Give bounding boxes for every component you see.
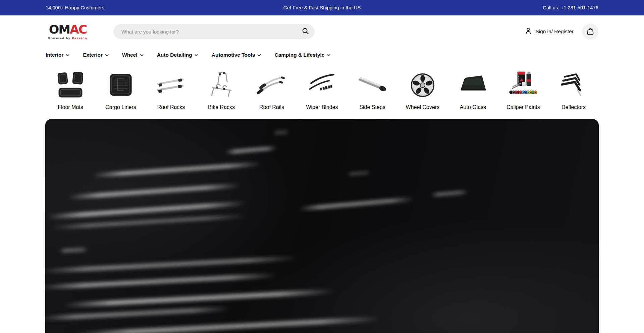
roof-rails-icon <box>256 69 288 101</box>
chevron-down-icon <box>257 52 261 58</box>
category-wheel-covers[interactable]: Wheel Covers <box>397 69 448 110</box>
chevron-down-icon <box>66 52 69 58</box>
chevron-down-icon <box>327 52 330 58</box>
category-label: Floor Mats <box>58 104 83 110</box>
logo-wordmark: OMAC <box>49 23 87 36</box>
nav-item-label: Wheel <box>122 52 138 58</box>
category-label: Deflectors <box>561 104 586 110</box>
category-label: Bike Racks <box>208 104 235 110</box>
category-auto-glass[interactable]: Auto Glass <box>448 69 498 110</box>
cart-button[interactable] <box>582 23 598 40</box>
category-floor-mats[interactable]: Floor Mats <box>45 69 96 110</box>
deflectors-icon <box>557 69 590 101</box>
shopping-bag-icon <box>586 27 595 37</box>
caliper-paints-icon <box>507 69 539 101</box>
bike-rack-icon <box>205 69 237 101</box>
category-caliper-paints[interactable]: Caliper Paints <box>498 69 548 110</box>
category-label: Wiper Blades <box>306 104 338 110</box>
roof-rack-icon <box>155 69 187 101</box>
main-nav: InteriorExteriorWheelAuto DetailingAutom… <box>0 48 644 62</box>
category-roof-racks[interactable]: Roof Racks <box>146 69 196 110</box>
nav-item-label: Interior <box>46 52 63 58</box>
category-deflectors[interactable]: Deflectors <box>548 69 599 110</box>
auto-glass-icon <box>457 69 489 101</box>
wheel-cover-icon <box>407 69 439 101</box>
search-bar <box>113 24 315 39</box>
chevron-down-icon <box>105 52 109 58</box>
sign-in-register-label: Sign in/ Register <box>535 29 574 35</box>
search-button[interactable] <box>299 24 313 39</box>
category-roof-rails[interactable]: Roof Rails <box>247 69 297 110</box>
category-side-steps[interactable]: Side Steps <box>347 69 397 110</box>
side-steps-icon <box>356 69 388 101</box>
nav-item-automotive-tools[interactable]: Automotive Tools <box>212 52 261 58</box>
nav-item-exterior[interactable]: Exterior <box>83 52 109 58</box>
cargo-liner-icon <box>105 69 137 101</box>
category-label: Caliper Paints <box>506 104 540 110</box>
category-wiper-blades[interactable]: Wiper Blades <box>297 69 347 110</box>
search-icon <box>302 27 310 36</box>
nav-item-label: Exterior <box>83 52 103 58</box>
category-label: Wheel Covers <box>406 104 439 110</box>
site-header: OMAC Powered by Passion Sign in/ Registe… <box>0 15 644 48</box>
logo-tagline: Powered by Passion <box>48 37 87 40</box>
nav-item-label: Automotive Tools <box>212 52 255 58</box>
chevron-down-icon <box>195 52 198 58</box>
category-label: Roof Rails <box>259 104 284 110</box>
chevron-down-icon <box>140 52 144 58</box>
nav-item-camping-lifestyle[interactable]: Camping & Lifestyle <box>274 52 330 58</box>
sign-in-register-button[interactable]: Sign in/ Register <box>524 27 574 36</box>
nav-item-auto-detailing[interactable]: Auto Detailing <box>157 52 198 58</box>
category-label: Side Steps <box>359 104 385 110</box>
hero-banner[interactable] <box>45 119 599 333</box>
category-cargo-liners[interactable]: Cargo Liners <box>96 69 146 110</box>
happy-customers-text: 14,000+ Happy Customers <box>46 5 218 10</box>
wiper-blades-icon <box>306 69 338 101</box>
search-input[interactable] <box>113 24 315 39</box>
call-us-text: Call us: +1 281-501-1476 <box>426 5 598 10</box>
category-bike-racks[interactable]: Bike Racks <box>196 69 247 110</box>
omac-logo[interactable]: OMAC Powered by Passion <box>46 23 90 40</box>
category-label: Auto Glass <box>460 104 486 110</box>
nav-item-label: Auto Detailing <box>157 52 192 58</box>
user-icon <box>524 27 532 36</box>
nav-item-interior[interactable]: Interior <box>46 52 69 58</box>
floor-mats-icon <box>54 69 87 101</box>
shipping-message: Get Free & Fast Shipping in the US <box>218 5 426 10</box>
nav-item-label: Camping & Lifestyle <box>274 52 324 58</box>
category-label: Cargo Liners <box>105 104 136 110</box>
nav-item-wheel[interactable]: Wheel <box>122 52 144 58</box>
category-strip: Floor Mats Cargo Liners Roof Racks Bike … <box>0 69 644 110</box>
announcement-bar: 14,000+ Happy Customers Get Free & Fast … <box>0 0 644 15</box>
category-label: Roof Racks <box>157 104 185 110</box>
